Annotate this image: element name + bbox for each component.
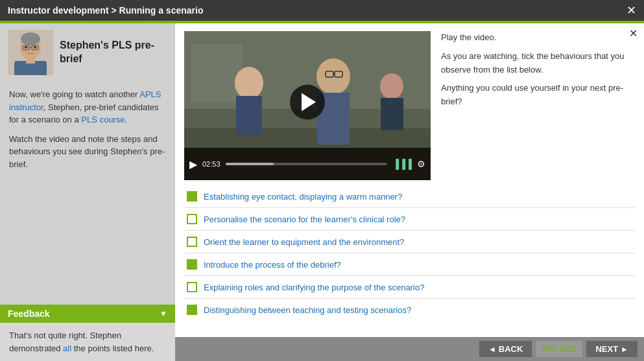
left-text-para1: Now, we're going to watch another APLS i… [9, 88, 166, 126]
feedback-toggle-icon[interactable]: ▼ [160, 309, 167, 318]
svg-point-6 [25, 46, 28, 49]
right-panel-close-button[interactable]: ✕ [629, 27, 638, 40]
checklist-label-2: Orient the learner to equipment and the … [204, 237, 404, 247]
svg-point-5 [21, 32, 40, 45]
right-top-section: ▶ 02:53 ▐▐▐ ⚙ Play the video. As you are… [175, 23, 644, 185]
checklist-label-1: Personalise the scenario for the learner… [204, 215, 405, 224]
svg-rect-14 [191, 44, 243, 102]
window-close-button[interactable]: ✕ [626, 5, 636, 16]
instructor-header: Stephen's PLS pre-brief [0, 23, 175, 82]
check-box-3[interactable] [187, 259, 197, 270]
checklist-label-0: Establishing eye contact, displaying a w… [204, 192, 402, 202]
title-prefix: Instructor development > [8, 5, 119, 16]
video-signal-icon: ▐▐▐ [392, 159, 412, 169]
check-box-1[interactable] [187, 214, 197, 224]
checklist-item-1[interactable]: Personalise the scenario for the learner… [184, 208, 635, 231]
video-progress-bar[interactable] [226, 163, 388, 165]
left-description: Now, we're going to watch another APLS i… [0, 82, 175, 305]
instruction-watch: As you are watching, tick the behaviours… [441, 50, 635, 77]
next-label: NEXT [595, 344, 618, 354]
check-box-2[interactable] [187, 237, 197, 247]
video-progress-fill [226, 163, 274, 165]
back-arrow-icon: ◄ [488, 345, 496, 354]
back-button[interactable]: ◄ BACK [479, 341, 532, 357]
title-bar: Instructor development > Running a scena… [0, 0, 644, 21]
window-title: Instructor development > Running a scena… [8, 5, 203, 16]
video-player[interactable]: ▶ 02:53 ▐▐▐ ⚙ [184, 31, 431, 180]
checklist-item-4[interactable]: Explaining roles and clarifying the purp… [184, 276, 635, 299]
checklist-item-3[interactable]: Introduce the process of the debrief? [184, 253, 635, 276]
title-main: Running a scenario [119, 5, 204, 16]
next-arrow-icon: ► [621, 345, 628, 354]
right-instructions: Play the video. As you are watching, tic… [441, 31, 635, 180]
instruction-play: Play the video. [441, 31, 635, 45]
right-panel: ✕ [175, 21, 644, 361]
svg-rect-23 [381, 98, 403, 130]
feedback-body: That's not quite right. Stephen demonstr… [0, 323, 175, 361]
video-settings-icon[interactable]: ⚙ [417, 159, 425, 169]
left-text-para2: Watch the video and note the steps and b… [9, 133, 166, 171]
video-play-button[interactable] [290, 85, 325, 120]
instructor-name-label: Stephen's PLS pre-brief [60, 39, 167, 66]
video-controls: ▶ 02:53 ▐▐▐ ⚙ [184, 148, 431, 180]
checklist-item-0[interactable]: Establishing eye contact, displaying a w… [184, 185, 635, 208]
checklist-label-5: Distinguishing between teaching and test… [204, 305, 411, 315]
checklist-label-4: Explaining roles and clarifying the purp… [204, 283, 424, 292]
content-area: Stephen's PLS pre-brief Now, we're going… [0, 21, 644, 361]
svg-point-15 [235, 67, 263, 99]
play-icon [302, 93, 316, 111]
page-indicator: PG: 8/21 [536, 341, 582, 357]
checklist-item-5[interactable]: Distinguishing between teaching and test… [184, 299, 635, 321]
main-window: Instructor development > Running a scena… [0, 0, 644, 361]
instruction-use: Anything you could use yourself in your … [441, 82, 635, 109]
check-box-0[interactable] [187, 191, 197, 202]
feedback-section: Feedback ▼ That's not quite right. Steph… [0, 305, 175, 361]
svg-point-7 [34, 46, 37, 49]
svg-rect-16 [236, 96, 262, 135]
avatar [8, 30, 53, 75]
checklist: Establishing eye contact, displaying a w… [175, 185, 644, 337]
check-box-5[interactable] [187, 305, 197, 315]
feedback-header: Feedback ▼ [0, 305, 175, 323]
back-label: BACK [499, 344, 523, 354]
video-play-control[interactable]: ▶ [189, 158, 197, 170]
feedback-header-label: Feedback [8, 309, 50, 319]
video-timestamp: 02:53 [202, 160, 221, 168]
left-panel: Stephen's PLS pre-brief Now, we're going… [0, 21, 175, 361]
checklist-label-3: Introduce the process of the debrief? [204, 260, 341, 270]
next-button[interactable]: NEXT ► [586, 341, 638, 357]
svg-point-22 [380, 73, 403, 99]
checklist-item-2[interactable]: Orient the learner to equipment and the … [184, 231, 635, 253]
check-box-4[interactable] [187, 282, 197, 292]
navigation-bar: ◄ BACK PG: 8/21 NEXT ► [175, 337, 644, 361]
